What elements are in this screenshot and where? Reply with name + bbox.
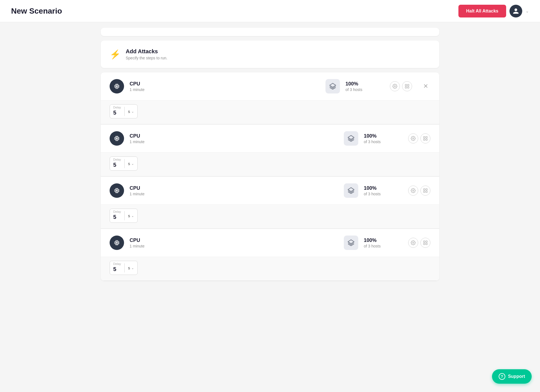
attack-hosts: of 3 hosts [364,140,397,144]
delay-unit-selector[interactable]: s ⌄ [124,211,137,220]
settings-button[interactable] [408,186,418,196]
delay-unit-selector[interactable]: s ⌄ [124,159,137,168]
attack-name: CPU [130,237,338,243]
delay-unit-selector[interactable]: s ⌄ [124,107,137,116]
attack-percent: 100% [364,237,397,243]
attack-hosts: of 3 hosts [364,192,397,196]
svg-rect-28 [423,241,425,242]
delay-field-wrap: Delay 5 [110,105,124,118]
attack-block: CPU 1 minute 100% of 3 hosts [101,229,439,281]
layers-icon [347,187,355,194]
close-attack-button[interactable]: ✕ [421,82,430,91]
layers-icon-wrap[interactable] [344,236,358,250]
layers-icon-wrap[interactable] [344,183,358,198]
svg-rect-6 [405,87,407,88]
delay-value[interactable]: 5 [110,265,124,275]
delay-value[interactable]: 5 [110,213,124,222]
cpu-icon [113,239,120,246]
svg-rect-20 [423,189,425,190]
delay-chevron-icon: ⌄ [131,266,134,270]
add-attacks-heading: Add Attacks [126,48,167,55]
header-actions: Halt All Attacks ⌄ [458,5,529,17]
action-icons [390,81,412,91]
delay-row: Delay 5 s ⌄ [101,205,439,229]
layers-icon-wrap[interactable] [344,131,358,146]
delay-field-wrap: Delay 5 [110,157,124,170]
delay-input-wrap: Delay 5 s ⌄ [110,261,138,275]
delay-input-wrap: Delay 5 s ⌄ [110,209,138,223]
attack-hosts: of 3 hosts [345,87,379,92]
scope-button[interactable] [420,133,430,143]
delay-row: Delay 5 s ⌄ [101,153,439,176]
cpu-icon-wrap [110,183,124,198]
svg-rect-1 [116,85,117,87]
delay-field-wrap: Delay 5 [110,209,124,222]
chevron-down-icon[interactable]: ⌄ [526,9,529,13]
app-header: New Scenario Halt All Attacks ⌄ [0,0,540,22]
svg-rect-4 [405,84,407,86]
delay-value[interactable]: 5 [110,161,124,170]
cpu-icon [113,83,120,90]
attack-duration: 1 minute [130,192,338,196]
settings-button[interactable] [408,238,418,248]
delay-unit-label: s [128,213,130,218]
svg-rect-7 [408,87,409,88]
svg-rect-25 [116,242,117,243]
attack-info: CPU 1 minute [130,133,338,144]
settings-button[interactable] [390,81,400,91]
attack-duration: 1 minute [130,244,338,248]
attack-duration: 1 minute [130,140,338,144]
svg-rect-12 [423,136,425,138]
svg-rect-23 [426,191,427,193]
attack-row: CPU 1 minute 100% of 3 hosts [101,72,439,100]
cpu-icon-wrap [110,131,124,146]
main-content: ⚡ Add Attacks Specify the steps to run. … [90,22,450,286]
scope-icon [423,240,428,245]
gear-icon [411,240,416,245]
delay-input-wrap: Delay 5 s ⌄ [110,156,138,171]
svg-rect-17 [116,190,117,191]
gear-icon [411,188,416,193]
delay-label: Delay [110,209,124,213]
delay-unit-label: s [128,161,130,166]
scope-button[interactable] [420,186,430,196]
cpu-icon [113,187,120,194]
attack-block: CPU 1 minute 100% of 3 hosts [101,72,439,125]
support-button[interactable]: ? Support [492,369,532,384]
add-attacks-text: Add Attacks Specify the steps to run. [126,48,167,60]
layers-icon [329,83,336,90]
scope-button[interactable] [420,238,430,248]
halt-all-attacks-button[interactable]: Halt All Attacks [458,5,506,17]
svg-rect-5 [408,84,409,86]
delay-label: Delay [110,157,124,161]
delay-unit-label: s [128,109,130,114]
svg-point-27 [413,242,414,244]
lightning-icon: ⚡ [110,50,121,59]
delay-label: Delay [110,261,124,265]
host-info: 100% of 3 hosts [364,237,397,248]
delay-field-wrap: Delay 5 [110,261,124,275]
delay-value[interactable]: 5 [110,109,124,118]
gear-icon [411,136,416,141]
svg-rect-14 [423,139,425,140]
delay-unit-selector[interactable]: s ⌄ [124,263,137,272]
settings-button[interactable] [408,133,418,143]
delay-row: Delay 5 s ⌄ [101,100,439,124]
cpu-icon-wrap [110,79,124,93]
attack-percent: 100% [364,133,397,139]
svg-rect-22 [423,191,425,193]
scope-button[interactable] [402,81,412,91]
host-info: 100% of 3 hosts [345,81,379,92]
action-icons [408,238,430,248]
page-title: New Scenario [11,7,62,16]
delay-input-wrap: Delay 5 s ⌄ [110,104,138,118]
user-avatar[interactable] [509,5,522,17]
action-icons [408,186,430,196]
svg-rect-13 [426,136,427,138]
cpu-icon-wrap [110,236,124,250]
layers-icon-wrap[interactable] [325,79,340,93]
attack-row: CPU 1 minute 100% of 3 hosts [101,125,439,153]
attack-name: CPU [130,185,338,191]
action-icons [408,133,430,143]
attack-block: CPU 1 minute 100% of 3 hosts [101,125,439,177]
